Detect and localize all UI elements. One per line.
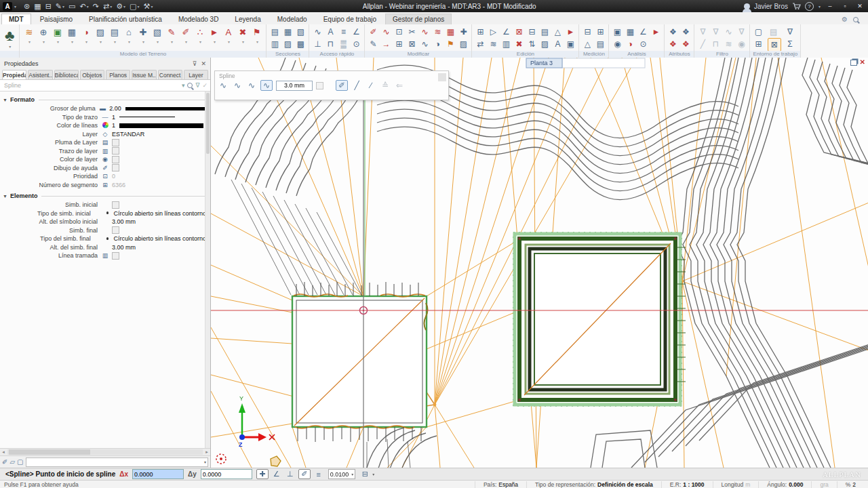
- line-mode-icon[interactable]: ╱: [351, 81, 362, 90]
- property-checkbox[interactable]: [112, 226, 119, 234]
- filter-mesh-icon[interactable]: ≋: [722, 38, 734, 50]
- break-element-icon[interactable]: ⊠: [406, 38, 418, 50]
- menu-tab-equipo-de-trabajo[interactable]: Equipo de trabajo: [316, 14, 384, 24]
- property-checkbox[interactable]: [112, 139, 119, 146]
- spline-open-icon[interactable]: ∿: [218, 81, 229, 90]
- scroll-left-icon[interactable]: ◂: [0, 449, 7, 455]
- section-band-icon[interactable]: ▧: [294, 26, 307, 38]
- save-icon[interactable]: ⊟: [45, 2, 52, 11]
- send-icon[interactable]: ►: [564, 26, 576, 38]
- palette-icon[interactable]: ▦: [34, 2, 41, 11]
- measure-grid-icon[interactable]: ≡: [313, 470, 324, 479]
- user-name[interactable]: Javier Bros: [754, 3, 788, 10]
- fillet-icon[interactable]: ▦: [444, 26, 456, 38]
- filter-funnel-icon[interactable]: ∇: [696, 26, 709, 38]
- edit-document-icon-caret[interactable]: ▾: [62, 4, 64, 9]
- insert-elevation-point-icon[interactable]: ⊕▾: [36, 26, 50, 44]
- status-field[interactable]: Tipo de representación:Definición de esc…: [526, 481, 661, 488]
- label-contours-icon[interactable]: A▾: [221, 26, 235, 44]
- minimize-button[interactable]: –: [825, 3, 835, 9]
- section-hatch-icon[interactable]: ▥: [269, 38, 281, 50]
- arc-edit-icon[interactable]: ∿: [380, 26, 392, 38]
- menu-tab-gestor-de-planos[interactable]: Gestor de planos: [385, 14, 452, 24]
- mesh-boundary-icon[interactable]: ▦▾: [64, 26, 79, 44]
- panel-tab-connect[interactable]: Connect: [158, 70, 182, 79]
- hatch-edit-icon[interactable]: ▨: [538, 38, 551, 50]
- window-icon-caret[interactable]: ▾: [137, 4, 139, 9]
- bridge-icon[interactable]: ⊓: [324, 38, 336, 50]
- distribute-icon[interactable]: ⇅: [526, 38, 538, 50]
- restore-view-icon[interactable]: [850, 60, 857, 66]
- target-icon[interactable]: ⊙: [637, 38, 649, 50]
- group-icon[interactable]: ▤: [538, 26, 551, 38]
- menu-tab-leyenda[interactable]: Leyenda: [227, 14, 268, 24]
- dx-input[interactable]: [132, 469, 184, 479]
- mesh-flag-icon[interactable]: ⚑▾: [250, 26, 264, 44]
- array-icon[interactable]: ≋: [487, 38, 499, 50]
- copy-icon[interactable]: ⊞: [474, 26, 486, 38]
- tools-icon[interactable]: ⚒▾: [144, 2, 153, 11]
- edit-points-icon[interactable]: ✎▾: [164, 26, 178, 44]
- redo-icon[interactable]: ↷: [93, 2, 99, 11]
- cross-edit-icon[interactable]: ✚: [457, 26, 469, 38]
- paste-icon[interactable]: ⊟: [526, 26, 538, 38]
- property-checkbox[interactable]: [112, 252, 119, 260]
- terrain-trees-button[interactable]: ♣▾: [2, 25, 17, 51]
- pattern-icon[interactable]: ▒: [337, 38, 349, 50]
- allplan-connect-icon[interactable]: ⊛: [24, 2, 30, 11]
- offset-icon[interactable]: ◑: [431, 38, 443, 50]
- section-formato[interactable]: ▼ Formato: [3, 96, 206, 103]
- text-edit-icon[interactable]: A: [551, 38, 564, 50]
- panel-tab-issue-m-[interactable]: Issue M...: [132, 70, 156, 79]
- pie-analysis-icon[interactable]: ◑: [624, 38, 636, 50]
- property-checkbox[interactable]: [112, 147, 119, 155]
- panel-funnel-icon[interactable]: ∇: [195, 82, 199, 89]
- menu-tab-modelado-3d[interactable]: Modelado 3D: [171, 14, 226, 24]
- align-icon[interactable]: ▥: [500, 38, 512, 50]
- smooth-lines-icon[interactable]: ∿: [418, 38, 431, 50]
- image-icon[interactable]: ▭: [68, 2, 75, 11]
- spline-convert-icon[interactable]: ∿: [246, 81, 257, 90]
- undo-icon[interactable]: ↶▾: [80, 2, 89, 11]
- panel-close-icon[interactable]: ✕: [201, 60, 206, 67]
- run-analysis-icon[interactable]: ►: [650, 26, 662, 38]
- close-button[interactable]: ✕: [854, 3, 865, 9]
- status-field[interactable]: Ángulo:0.000: [758, 481, 811, 488]
- measure-area-icon[interactable]: ⊞: [594, 26, 606, 38]
- report-icon[interactable]: ▣: [611, 26, 623, 38]
- section-fill-icon[interactable]: ▦: [281, 26, 294, 38]
- panel-tab-layer[interactable]: Layer: [184, 70, 208, 79]
- slope-analysis-icon[interactable]: ∠: [637, 26, 649, 38]
- flow-line-icon[interactable]: ►▾: [207, 26, 221, 44]
- filter-color-icon[interactable]: ∇: [735, 26, 747, 38]
- user-avatar-icon[interactable]: [744, 3, 750, 9]
- legend-icon[interactable]: ◉: [611, 38, 623, 50]
- attribute-assign-icon[interactable]: ❖: [679, 26, 692, 38]
- contour-lines-icon[interactable]: ⌂▾: [121, 26, 136, 44]
- section-elemento[interactable]: ▼ Elemento: [3, 192, 206, 199]
- menu-tab-paisajismo[interactable]: Paisajismo: [33, 14, 80, 24]
- favorite-pen-icon[interactable]: ✐: [2, 458, 7, 466]
- renumber-points-icon[interactable]: ∴▾: [193, 26, 207, 44]
- wave-edit-icon[interactable]: ∿: [418, 26, 431, 38]
- scale-icon[interactable]: △: [551, 26, 564, 38]
- undo-icon-caret[interactable]: ▾: [87, 4, 89, 9]
- render-settings-icon[interactable]: ⚙▾: [116, 2, 125, 11]
- triangulate-mesh-icon[interactable]: ▨▾: [93, 26, 107, 44]
- dy-input[interactable]: [201, 469, 252, 479]
- region-edit-icon[interactable]: ▨: [457, 38, 469, 50]
- filter-line-icon[interactable]: ╱: [696, 38, 709, 50]
- favorites-combo[interactable]: ▾: [26, 458, 208, 467]
- panel-tab-propieda-[interactable]: Propieda...: [2, 70, 26, 79]
- edit-document-icon[interactable]: ✎▾: [56, 2, 64, 11]
- panel-vertical-scrollbar[interactable]: [205, 92, 210, 448]
- panel-tab-asistent-[interactable]: Asistent...: [28, 70, 52, 79]
- spline-tool-icon[interactable]: ∿: [311, 26, 323, 38]
- section-solid-icon[interactable]: ▩: [294, 38, 307, 50]
- property-checkbox[interactable]: [112, 201, 119, 209]
- scale-dropdown[interactable]: 0.0100 ▾: [328, 469, 356, 479]
- mirror-icon[interactable]: ▷: [487, 26, 499, 38]
- search-icon[interactable]: [853, 17, 859, 22]
- menu-tab-planificaci-n-urban-stica[interactable]: Planificación urbanística: [81, 14, 170, 24]
- combo-caret-icon[interactable]: ▾: [182, 82, 185, 89]
